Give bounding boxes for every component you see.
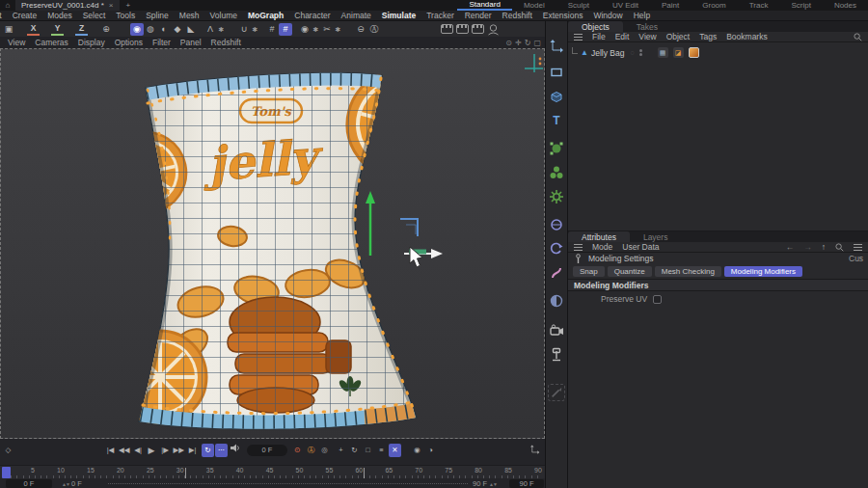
modeling-axis-icon[interactable]: ◉ [298,23,312,36]
viewport-menu-filter[interactable]: Filter [152,38,171,47]
menu-window[interactable]: Window [593,11,622,20]
menu-extensions[interactable]: Extensions [543,11,583,20]
untriangulate-icon[interactable]: ⊖ [354,23,367,36]
camera-object-icon[interactable] [548,322,565,339]
viewport-pan-icon[interactable]: ✛ [515,39,522,47]
axis-lock-y[interactable]: Y [51,23,64,36]
stage-object-icon[interactable] [548,346,565,364]
modeling-settings-gear-icon[interactable]: ✱ [312,23,320,36]
viewport-maximize-icon[interactable]: ▢ [533,39,541,47]
range-start-field[interactable]: 0 F [6,479,52,488]
previous-frame-button[interactable]: ◀| [132,444,145,457]
viewport-menu-options[interactable]: Options [115,38,143,47]
layout-tab-script[interactable]: Script [779,0,822,11]
attributes-menu-userdata[interactable]: User Data [622,242,659,252]
interpolation-button[interactable]: ⋯ [215,444,228,457]
history-forward-icon[interactable]: → [803,242,812,252]
layout-tab-nodes[interactable]: Nodes [823,0,868,11]
menu-spline[interactable]: Spline [146,11,169,20]
next-key-button[interactable]: ▶▶ [173,444,186,457]
tab-attributes[interactable]: Attributes [568,231,630,242]
menu-animate[interactable]: Animate [341,11,371,20]
menu-tracker[interactable]: Tracker [426,11,454,20]
paint-tool-icon[interactable] [548,384,565,401]
viewport-menu-view[interactable]: View [8,38,25,47]
magnet-settings-icon[interactable]: ✱ [251,23,259,36]
record-keyframe-button[interactable]: ⊙ [291,444,304,457]
objects-burger-icon[interactable] [574,34,583,41]
snap-vertex-icon[interactable]: ◍ [144,23,157,36]
viewport-menu-redshift[interactable]: Redshift [211,38,241,47]
objects-menu-bookmarks[interactable]: Bookmarks [726,32,768,41]
play-button[interactable]: ▶ [146,444,158,457]
goto-start-button[interactable]: |◀ [104,444,117,457]
viewport-menu-panel[interactable]: Panel [180,38,202,47]
next-frame-button[interactable]: |▶ [159,444,172,457]
menu-create[interactable]: Create [13,11,38,20]
bodypaint-head-icon[interactable] [487,23,501,36]
snap-edge-icon[interactable]: ◐ [157,23,171,36]
preserve-uv-checkbox[interactable] [653,295,662,304]
layout-tab-paint[interactable]: Paint [650,0,691,11]
tab-button-quantize[interactable]: Quantize [608,266,652,277]
tab-layers[interactable]: Layers [630,231,682,242]
keyframe-diamond-icon[interactable]: ◇ [2,444,14,457]
tab-button-mesh-checking[interactable]: Mesh Checking [655,266,721,277]
solo-off-button[interactable]: ◉ [411,444,423,457]
workplane-box-icon[interactable]: ▣ [2,23,15,36]
render-view-button[interactable] [441,24,453,34]
objects-menu-object[interactable]: Object [666,32,691,41]
world-coordinates-icon[interactable]: ⊕ [99,23,113,36]
axis-lock-z[interactable]: Z [75,23,88,36]
volume-generator-icon[interactable] [548,188,565,205]
subdivision-surface-icon[interactable] [548,140,565,157]
layout-tab-groom[interactable]: Groom [691,0,737,11]
attributes-filter-icon[interactable] [854,244,862,251]
menu-mesh[interactable]: Mesh [179,11,200,20]
menu-volume[interactable]: Volume [210,11,237,20]
jelly-bag-model[interactable]: Tom's jelly [97,58,467,428]
menu-render[interactable]: Render [465,11,492,20]
objects-menu-tags[interactable]: Tags [699,32,717,41]
record-pla-toggle[interactable]: ✕ [389,444,401,457]
objects-menu-file[interactable]: File [592,32,606,41]
viewport-menu-cameras[interactable]: Cameras [35,38,68,47]
tab-button-modeling-modifiers[interactable]: Modeling Modifiers [724,266,802,277]
attributes-search-icon[interactable] [835,243,844,252]
quantize-enable-icon[interactable]: # [279,23,292,36]
cloner-generator-icon[interactable] [548,164,565,181]
goto-end-button[interactable]: ▶| [186,444,199,457]
layout-tab-model[interactable]: Model [512,0,556,11]
primitive-cube-icon[interactable] [548,88,565,105]
move-gizmo[interactable] [366,191,443,258]
menu-edit[interactable]: Edit [0,11,2,20]
snap-spline-icon[interactable]: ◣ [184,23,198,36]
preview-start-handle[interactable]: ▲▼ 0 F [62,479,82,488]
parent-object-icon[interactable]: ↑ [822,242,826,252]
objects-search-icon[interactable] [854,33,862,41]
new-tab-button[interactable]: + [120,1,138,10]
menu-tools[interactable]: Tools [116,11,135,20]
quantize-icon[interactable]: # [265,23,279,36]
document-tab[interactable]: PreserveUV_0001.c4d * × [15,0,120,11]
display-tag-icon[interactable]: ▦ [658,47,668,58]
layout-tab-track[interactable]: Track [738,0,780,11]
range-end-field[interactable]: 90 F [509,479,544,488]
texture-tag-icon[interactable] [689,47,699,58]
viewport-camera-icon[interactable]: ⊙ [505,39,512,47]
sound-button[interactable] [229,444,241,457]
preview-range-slider[interactable] [108,483,468,484]
record-rotation-toggle[interactable]: ↻ [348,444,361,457]
tab-objects[interactable]: Objects [568,21,623,32]
move-tool-icon[interactable] [548,37,565,54]
layout-tab-sculpt[interactable]: Sculpt [556,0,601,11]
field-object-icon[interactable] [548,292,565,310]
render-settings-button[interactable] [472,24,484,34]
text-object-icon[interactable]: T [548,112,565,129]
keyframe-selection-button[interactable]: ◎ [318,444,331,457]
menu-select[interactable]: Select [83,11,106,20]
workplane-settings-icon[interactable]: ✱ [217,23,226,36]
menu-redshift[interactable]: Redshift [502,11,532,20]
close-tab-icon[interactable]: × [109,1,114,10]
objects-menu-edit[interactable]: Edit [615,32,630,41]
